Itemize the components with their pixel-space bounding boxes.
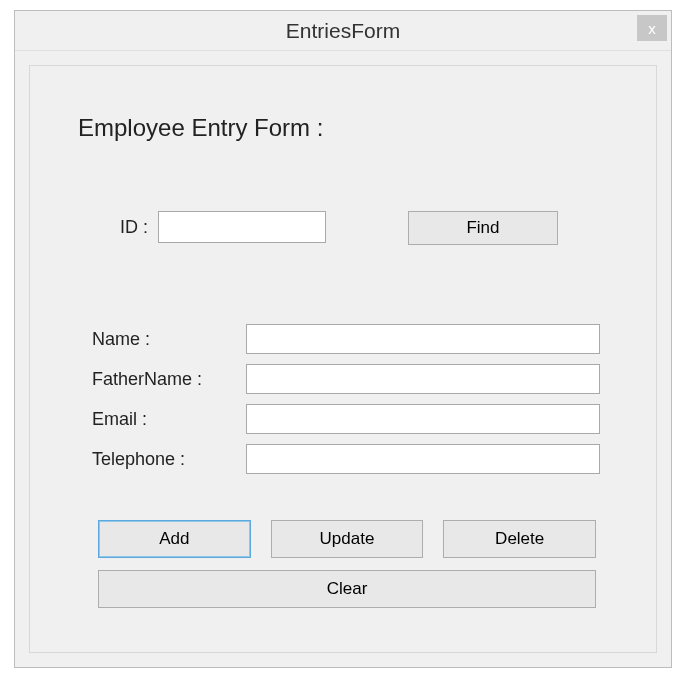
telephone-label: Telephone :	[90, 449, 246, 470]
delete-button[interactable]: Delete	[443, 520, 596, 558]
fathername-input[interactable]	[246, 364, 600, 394]
fields-group: Name : FatherName : Email : Telephone :	[90, 324, 600, 484]
id-input[interactable]	[158, 211, 326, 243]
window-title: EntriesForm	[286, 19, 400, 43]
titlebar: EntriesForm x	[15, 11, 671, 51]
content-area: Employee Entry Form : ID : Find Name : F…	[15, 51, 671, 667]
id-row: ID :	[108, 211, 326, 243]
id-label: ID :	[108, 217, 148, 238]
fathername-label: FatherName :	[90, 369, 246, 390]
form-panel: Employee Entry Form : ID : Find Name : F…	[29, 65, 657, 653]
email-input[interactable]	[246, 404, 600, 434]
telephone-input[interactable]	[246, 444, 600, 474]
email-label: Email :	[90, 409, 246, 430]
name-input[interactable]	[246, 324, 600, 354]
update-button[interactable]: Update	[271, 520, 424, 558]
email-row: Email :	[90, 404, 600, 434]
window-frame: EntriesForm x Employee Entry Form : ID :…	[14, 10, 672, 668]
fathername-row: FatherName :	[90, 364, 600, 394]
close-icon: x	[648, 20, 656, 37]
name-row: Name :	[90, 324, 600, 354]
find-button[interactable]: Find	[408, 211, 558, 245]
action-buttons-row: Add Update Delete	[98, 520, 596, 558]
telephone-row: Telephone :	[90, 444, 600, 474]
close-button[interactable]: x	[637, 15, 667, 41]
clear-button[interactable]: Clear	[98, 570, 596, 608]
form-heading: Employee Entry Form :	[78, 114, 323, 142]
name-label: Name :	[90, 329, 246, 350]
add-button[interactable]: Add	[98, 520, 251, 558]
